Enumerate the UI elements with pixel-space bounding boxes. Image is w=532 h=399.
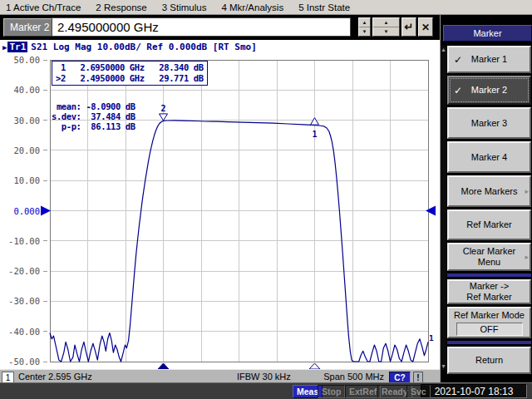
system-status-stop: Stop xyxy=(318,385,345,398)
center-frequency-readout: Center 2.595 GHz xyxy=(18,372,92,382)
softkey-marker-3[interactable]: Marker 3 xyxy=(447,107,531,139)
enter-icon: ↵ xyxy=(405,21,414,33)
softkey-separator xyxy=(447,273,531,277)
softkey-label: Marker 3 xyxy=(471,118,507,129)
ifbw-readout: IFBW 30 kHz xyxy=(237,372,291,382)
softkey-return[interactable]: Return xyxy=(447,347,531,374)
entry-toolbar: Marker 2 ▲ ▼ ▲ ▼ ↵ ✕ xyxy=(0,15,440,40)
softkey-label: Return xyxy=(475,355,503,366)
spin-down-icon[interactable]: ▼ xyxy=(359,27,370,36)
marker-stat-row: mean: -8.0900 dB xyxy=(52,101,135,111)
softkey-scrollbar[interactable]: ▲ ▼ xyxy=(441,46,446,370)
trace-settings-text: S21 Log Mag 10.00dB/ Ref 0.000dB [RT Smo… xyxy=(31,42,257,52)
stimulus-marker-1[interactable] xyxy=(309,363,320,369)
spin-down-icon[interactable]: ▼ xyxy=(373,27,399,36)
y-axis-label: -40.00 xyxy=(8,327,40,337)
trace-status-line[interactable]: ▶ Tr1 S21 Log Mag 10.00dB/ Ref 0.000dB [… xyxy=(2,42,257,52)
spin-up-icon[interactable]: ▲ xyxy=(359,18,370,27)
softkey-ref-marker-mode[interactable]: Ref Marker ModeOFF xyxy=(447,307,531,338)
menu-item[interactable]: 4 Mkr/Analysis xyxy=(221,2,283,12)
span-readout: Span 500 MHz xyxy=(323,372,384,382)
submenu-arrow-icon: ▸ xyxy=(525,187,529,195)
scroll-up-icon[interactable]: ▲ xyxy=(441,46,446,53)
softkey-label: Ref Marker xyxy=(466,219,511,230)
softkey-label: Marker -> Ref Marker xyxy=(466,281,511,303)
softkey-ref-marker[interactable]: Ref Marker xyxy=(447,209,531,240)
marker-statistics: mean: -8.0900 dBs.dev: 37.484 dB p-p: 86… xyxy=(52,101,135,131)
spinner-fine[interactable]: ▲ ▼ xyxy=(358,17,371,37)
softkey-label: Marker 2 xyxy=(471,85,507,96)
marker-number-1: 1 xyxy=(312,130,317,139)
y-axis-label: 40.00 xyxy=(13,85,40,95)
marker-stat-row: s.dev: 37.484 dB xyxy=(52,111,135,121)
spinner-coarse[interactable]: ▲ ▼ xyxy=(372,17,400,37)
marker-readout-table: 1 2.6950000 GHz 28.340 dB>2 2.4950000 GH… xyxy=(52,61,208,86)
y-axis-label: -30.00 xyxy=(8,296,40,306)
channel-status-bar: 1 Center 2.595 GHz IFBW 30 kHz Span 500 … xyxy=(0,369,441,382)
softkey-label: Marker 4 xyxy=(471,152,507,163)
marker-table-row: >2 2.4950000 GHz 29.771 dB xyxy=(56,73,204,84)
chart-panel: 50.0040.0030.0020.0010.000.000-10.00-20.… xyxy=(0,40,440,369)
softkey-label: Marker 1 xyxy=(471,54,507,65)
channel-number-badge: 1 xyxy=(2,372,14,383)
marker-number-2: 2 xyxy=(160,104,165,113)
softkey-label: Ref Marker Mode xyxy=(454,310,525,321)
marker-table-row: 1 2.6950000 GHz 28.340 dB xyxy=(56,62,204,73)
check-icon: ✓ xyxy=(454,85,462,96)
enter-button[interactable]: ↵ xyxy=(401,17,416,37)
chart-svg: 50.0040.0030.0020.0010.000.000-10.00-20.… xyxy=(0,40,440,369)
check-icon: ✓ xyxy=(454,54,462,66)
menu-item[interactable]: 3 Stimulus xyxy=(162,2,207,12)
softkey-label: Clear Marker Menu xyxy=(463,246,516,268)
system-status-svc: Svc xyxy=(406,385,431,398)
y-axis-label: 20.00 xyxy=(13,145,40,155)
softkey-label: More Markers xyxy=(461,186,518,197)
ref-level-triangle-left xyxy=(41,206,51,216)
marker-stat-row: p-p: 86.113 dB xyxy=(52,121,135,131)
softkey-marker-1[interactable]: ✓Marker 1 xyxy=(447,46,531,73)
y-axis-label: 10.00 xyxy=(13,175,40,185)
stimulus-marker-2[interactable] xyxy=(158,363,169,369)
softkey-sidebar: Marker ▲ ▼ ✓Marker 1✓Marker 2Marker 3Mar… xyxy=(440,15,532,382)
menu-item[interactable]: 1 Active Ch/Trace xyxy=(6,2,81,12)
y-axis-label: -10.00 xyxy=(8,236,40,246)
softkey-clear-marker-menu[interactable]: Clear Marker Menu▸ xyxy=(447,243,531,271)
softkey-marker-ref-marker[interactable]: Marker -> Ref Marker xyxy=(447,279,531,304)
correction-status-badge: C? xyxy=(389,372,411,383)
softkey-separator xyxy=(447,341,531,344)
y-axis-label: 0.000 xyxy=(13,206,40,216)
entry-label: Marker 2 xyxy=(3,18,56,37)
submenu-arrow-icon: ▸ xyxy=(525,253,529,261)
softkey-menu-title: Marker xyxy=(443,25,532,42)
trace-number-badge: Tr1 xyxy=(7,42,27,52)
menu-bar: 1 Active Ch/Trace2 Response3 Stimulus4 M… xyxy=(0,0,532,15)
y-axis-label: 30.00 xyxy=(13,116,40,126)
softkey-marker-2[interactable]: ✓Marker 2 xyxy=(447,76,531,105)
marker-symbol-1[interactable] xyxy=(311,118,319,126)
menu-item[interactable]: 5 Instr State xyxy=(298,2,350,12)
softkey-value: OFF xyxy=(456,323,523,336)
y-axis-label: 50.00 xyxy=(13,55,40,65)
marker-value-input[interactable] xyxy=(52,17,351,37)
scroll-down-icon[interactable]: ▼ xyxy=(441,362,446,370)
y-axis-label: -50.00 xyxy=(8,357,40,367)
ref-level-triangle-right xyxy=(426,206,436,216)
system-status-extref: ExtRef xyxy=(345,385,381,398)
y-axis-label: -20.00 xyxy=(8,266,40,276)
datetime-readout: 2021-10-07 18:13 xyxy=(421,384,527,398)
close-entry-button[interactable]: ✕ xyxy=(418,17,433,37)
marker-symbol-2[interactable] xyxy=(160,114,168,121)
system-status-bar: 2021-10-07 18:13 MeasStopExtRefReadySvc xyxy=(0,382,532,399)
softkey-column: ✓Marker 1✓Marker 2Marker 3Marker 4More M… xyxy=(447,46,531,374)
close-icon: ✕ xyxy=(421,22,430,33)
warning-badge: ! xyxy=(413,372,423,383)
active-trace-pointer-icon: ▶ xyxy=(2,43,7,52)
softkey-more-markers[interactable]: More Markers▸ xyxy=(447,175,531,207)
softkey-marker-4[interactable]: Marker 4 xyxy=(447,141,531,173)
spin-up-icon[interactable]: ▲ xyxy=(373,18,399,27)
menu-item[interactable]: 2 Response xyxy=(96,2,146,12)
trace-end-number: 1 xyxy=(429,333,434,342)
